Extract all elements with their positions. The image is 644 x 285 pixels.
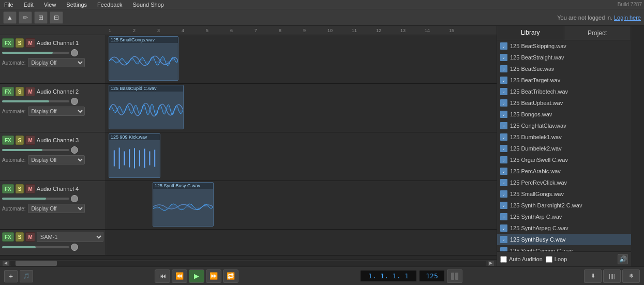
download-button[interactable]: ⬇ (584, 269, 602, 283)
menu-file[interactable]: File (2, 2, 16, 8)
add-track-button[interactable]: + (4, 270, 18, 282)
list-item[interactable]: ♪ 125 Bongos.wav (497, 109, 631, 120)
ruler-mark: 14 (425, 28, 430, 33)
hscroll-track[interactable] (10, 261, 486, 266)
track-2-automate-select[interactable]: Display Off (28, 107, 85, 116)
track-4-volume-knob[interactable] (71, 195, 78, 202)
list-item[interactable]: ♪ 125 SynthArp C.wav (497, 211, 631, 222)
track-3-volume-row (2, 146, 103, 154)
track-4-clip[interactable]: 125 SynthBusy C.wav (153, 182, 214, 227)
track-2-content[interactable]: 125 BassCupid C.wav (106, 84, 497, 132)
track-4-volume-slider[interactable] (2, 198, 69, 200)
track-2-clip[interactable]: 125 BassCupid C.wav (109, 85, 184, 129)
tab-project[interactable]: Project (564, 26, 632, 40)
list-item[interactable]: ♪ 125 SynthCacoon C.wav (497, 245, 631, 251)
midi-button[interactable]: |||| (603, 269, 621, 283)
list-item[interactable]: ♪ 125 Synth Darknight2 C.wav (497, 200, 631, 211)
track-2-volume-slider[interactable] (2, 100, 69, 102)
track-4-automate-select[interactable]: Display Off (28, 204, 85, 213)
track-3-volume-knob[interactable] (71, 146, 78, 154)
list-item-selected[interactable]: ♪ 125 SynthBusy C.wav (497, 234, 631, 245)
track-2-clip-title: 125 BassCupid C.wav (109, 85, 183, 92)
sam-volume-knob[interactable] (71, 244, 78, 251)
rewind-button[interactable]: ⏪ (172, 269, 187, 283)
sam-mute-button[interactable]: M (25, 232, 35, 242)
fast-forward-button[interactable]: ⏩ (206, 269, 221, 283)
login-link[interactable]: Login here (614, 14, 641, 21)
track-3-content[interactable]: 125 909 Kick.wav (106, 132, 497, 181)
pencil-tool[interactable]: ✏ (19, 11, 32, 24)
list-item[interactable]: ♪ 125 SynthArpeg C.wav (497, 222, 631, 234)
list-item[interactable]: ♪ 125 BeatSuc.wav (497, 63, 631, 74)
select-tool[interactable]: ▲ (3, 11, 17, 24)
list-item[interactable]: ♪ 125 PercArabic.wav (497, 166, 631, 177)
loop-checkbox[interactable] (546, 256, 552, 263)
track-2-fx-button[interactable]: FX (2, 87, 14, 96)
ruler-mark: 10 (327, 28, 333, 33)
track-1-name: Audio Channel 1 (37, 40, 103, 46)
track-3-volume-slider[interactable] (2, 149, 69, 151)
list-item[interactable]: ♪ 125 BeatSkipping.wav (497, 40, 631, 52)
track-3-mute-button[interactable]: M (25, 136, 35, 145)
track-1-clip[interactable]: 125 SmallGongs.wav (109, 36, 178, 81)
loop-toggle[interactable]: Loop (546, 256, 567, 263)
track-3-fx-button[interactable]: FX (2, 136, 14, 145)
list-item[interactable]: ♪ 125 Dumbelek2.wav (497, 143, 631, 154)
sam-fx-button[interactable]: FX (2, 232, 14, 242)
loop-tool[interactable]: ⊞ (34, 11, 48, 24)
track-1-automate-select[interactable]: Display Off (28, 58, 85, 67)
track-4-solo-button[interactable]: S (16, 184, 24, 193)
file-icon: ♪ (500, 156, 507, 163)
menu-settings[interactable]: Settings (64, 2, 89, 8)
loop-button[interactable]: 🔁 (223, 269, 238, 283)
track-4-mute-button[interactable]: M (25, 184, 35, 193)
track-2-solo-button[interactable]: S (16, 87, 24, 96)
speaker-button[interactable]: 🔊 (618, 254, 628, 264)
list-item[interactable]: ♪ 125 Dumbelek1.wav (497, 131, 631, 143)
list-item[interactable]: ♪ 125 BeatStraight.wav (497, 52, 631, 63)
track-2-mute-button[interactable]: M (25, 87, 35, 96)
track-3-clip[interactable]: 125 909 Kick.wav (109, 133, 160, 178)
track-1-volume-knob[interactable] (71, 49, 78, 56)
menu-edit[interactable]: Edit (22, 2, 36, 8)
track-1-content[interactable]: 125 SmallGongs.wav (106, 35, 497, 83)
menu-view[interactable]: View (42, 2, 58, 8)
track-1-volume-slider[interactable] (2, 52, 69, 54)
track-3-automate-select[interactable]: Display Off (28, 155, 85, 164)
bpm-display: 125 (419, 270, 445, 282)
list-item[interactable]: ♪ 125 OrganSwell C.wav (497, 154, 631, 166)
track-1-solo-button[interactable]: S (16, 38, 24, 48)
list-item[interactable]: ♪ 125 BeatTarget.wav (497, 74, 631, 86)
hscroll-left-arrow[interactable]: ◀ (2, 260, 9, 266)
list-item[interactable]: ♪ 125 PercRevClick.wav (497, 177, 631, 188)
hscroll-right-arrow[interactable]: ▶ (487, 260, 495, 266)
menu-soundshop[interactable]: Sound Shop (130, 2, 166, 8)
sam-solo-button[interactable]: S (16, 232, 24, 242)
menu-feedback[interactable]: Feedback (95, 2, 124, 8)
list-item[interactable]: ♪ 125 CongHatClav.wav (497, 120, 631, 131)
rewind-to-start-button[interactable]: ⏮ (155, 269, 170, 283)
sam-name-select[interactable]: SAM-1 (37, 232, 103, 242)
sam-volume-slider[interactable] (2, 246, 69, 248)
tab-library[interactable]: Library (497, 26, 564, 40)
tap-button[interactable] (447, 269, 462, 283)
add-audio-button[interactable]: 🎵 (20, 270, 33, 282)
track-4-fx-button[interactable]: FX (2, 184, 14, 193)
list-item[interactable]: ♪ 125 SmallGongs.wav (497, 188, 631, 200)
hscroll-thumb[interactable] (16, 261, 57, 266)
track-3-solo-button[interactable]: S (16, 136, 24, 145)
auto-audition-checkbox[interactable] (500, 256, 507, 263)
play-button[interactable]: ▶ (189, 269, 204, 283)
track-1-mute-button[interactable]: M (25, 38, 35, 48)
track-2-automate-row: Automate: Display Off (2, 107, 103, 116)
track-2-volume-knob[interactable] (71, 98, 78, 105)
sam-track: FX S M SAM-1 (0, 230, 497, 256)
auto-audition-toggle[interactable]: Auto Audition (500, 256, 543, 263)
track-1-fx-button[interactable]: FX (2, 38, 14, 48)
sam-content[interactable] (106, 230, 497, 255)
list-item[interactable]: ♪ 125 BeatUpbeat.wav (497, 97, 631, 109)
cut-tool[interactable]: ⊟ (50, 11, 63, 24)
track-4-content[interactable]: 125 SynthBusy C.wav (106, 181, 497, 229)
freeze-button[interactable]: ❄ (622, 269, 640, 283)
list-item[interactable]: ♪ 125 BeatTribetech.wav (497, 86, 631, 97)
